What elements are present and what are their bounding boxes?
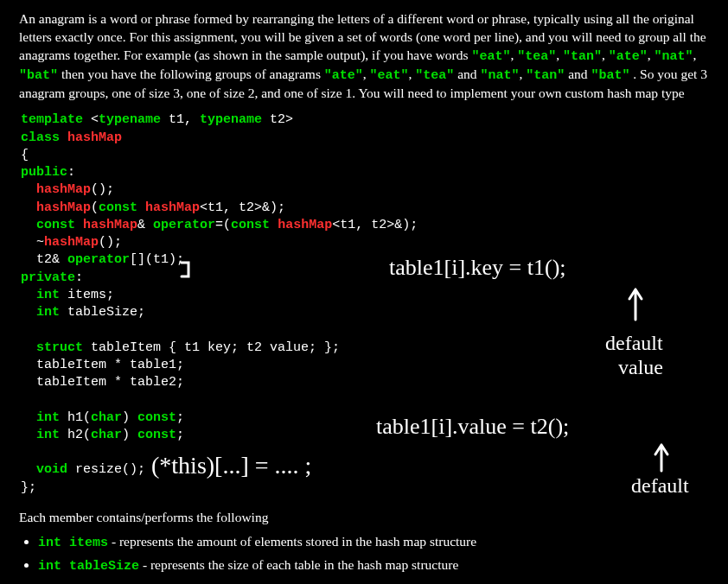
kw-template: template: [21, 112, 83, 127]
word-nat: "nat": [655, 49, 693, 64]
member-tablesize-text: - represents the size of each table in t…: [139, 557, 458, 572]
member-list: int items - represents the amount of ele…: [38, 530, 709, 578]
kw-typename-1: typename: [99, 112, 161, 127]
member-tablesize-code: int tableSize: [38, 559, 139, 574]
member-items-text: - represents the amount of elements stor…: [108, 534, 476, 549]
word-ate: "ate": [609, 49, 648, 64]
intro-pre: An anagram is a word or phrase formed by…: [19, 11, 706, 62]
word-tan: "tan": [563, 49, 602, 64]
intro-paragraph: An anagram is a word or phrase formed by…: [19, 10, 709, 103]
list-item: int items - represents the amount of ele…: [38, 530, 709, 555]
group-ate: "ate": [324, 68, 363, 83]
group-eat: "eat": [370, 68, 409, 83]
and-1: and: [457, 67, 480, 81]
after-paragraph: Each member contains/performs the follow…: [19, 509, 709, 527]
group-tea: "tea": [415, 68, 454, 83]
kw-public: public: [21, 165, 67, 180]
group-nat: "nat": [480, 68, 519, 83]
kw-private: private: [21, 270, 75, 285]
word-eat: "eat": [471, 49, 510, 64]
group-tan: "tan": [526, 68, 565, 83]
list-item: int tableSize - represents the size of e…: [38, 554, 709, 578]
intro-mid: then you have the following groups of an…: [61, 67, 324, 81]
document-page: An anagram is a word or phrase formed by…: [0, 0, 728, 578]
member-items-code: int items: [38, 536, 108, 550]
kw-class: class: [21, 130, 60, 145]
kw-typename-2: typename: [200, 112, 262, 127]
and-2: and: [568, 67, 591, 81]
word-tea: "tea": [517, 49, 556, 64]
type-hashmap: hashMap: [67, 130, 122, 145]
word-bat: "bat": [19, 68, 58, 83]
group-bat: "bat": [591, 68, 629, 83]
code-block: template <typename t1, typename t2> clas…: [21, 111, 709, 497]
